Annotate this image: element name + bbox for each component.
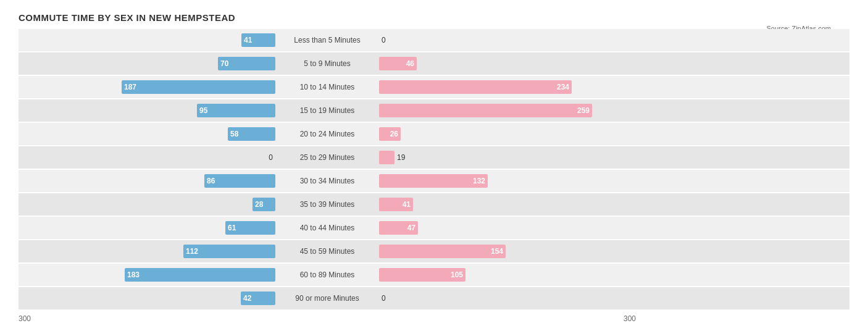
male-bar: 112	[183, 245, 275, 258]
female-bar: 46	[379, 57, 417, 70]
left-section: 42	[19, 287, 278, 309]
female-value: 259	[577, 106, 590, 115]
right-section: 26	[377, 123, 636, 145]
male-value: 28	[255, 200, 263, 209]
male-value: 41	[244, 36, 252, 44]
right-section: 132	[377, 170, 636, 192]
right-section: 47	[377, 217, 636, 239]
female-value: 26	[390, 130, 398, 138]
table-row: 8630 to 34 Minutes132	[19, 170, 849, 192]
right-section: 259	[377, 99, 636, 122]
table-row: 18360 to 89 Minutes105	[19, 264, 849, 286]
row-label: 15 to 19 Minutes	[278, 106, 377, 115]
row-label: 5 to 9 Minutes	[278, 59, 377, 68]
row-label: 20 to 24 Minutes	[278, 130, 377, 138]
table-row: 4290 or more Minutes0	[19, 287, 849, 309]
left-section: 28	[19, 193, 278, 216]
table-row: 705 to 9 Minutes46	[19, 52, 849, 75]
left-section: 0	[19, 146, 278, 169]
right-section: 41	[377, 193, 636, 216]
male-bar: 95	[197, 104, 275, 117]
axis-right-label: 300	[377, 314, 636, 323]
left-section: 58	[19, 123, 278, 145]
female-value: 46	[406, 59, 414, 68]
female-value: 234	[557, 83, 569, 91]
table-row: 025 to 29 Minutes19	[19, 146, 849, 169]
right-section: 0	[377, 29, 636, 51]
female-value: 132	[473, 177, 485, 185]
female-bar: 234	[379, 80, 572, 94]
row-label: 40 to 44 Minutes	[278, 224, 377, 232]
male-value: 183	[127, 271, 140, 279]
male-bar: 183	[125, 268, 275, 282]
female-bar: 132	[379, 174, 488, 188]
female-bar	[379, 151, 394, 164]
right-section: 154	[377, 240, 636, 262]
left-section: 187	[19, 76, 278, 98]
row-label: 90 or more Minutes	[278, 294, 377, 303]
male-bar: 28	[252, 198, 275, 211]
female-bar: 47	[379, 221, 418, 235]
left-section: 70	[19, 52, 278, 75]
female-value: 41	[403, 200, 411, 209]
female-value: 47	[407, 224, 415, 232]
male-bar: 42	[241, 292, 275, 305]
male-value: 0	[269, 153, 273, 162]
right-section: 234	[377, 76, 636, 98]
male-value: 70	[220, 59, 228, 68]
row-label: 35 to 39 Minutes	[278, 200, 377, 209]
row-label: 10 to 14 Minutes	[278, 83, 377, 91]
row-label: 60 to 89 Minutes	[278, 271, 377, 279]
male-bar: 58	[228, 127, 275, 141]
male-value: 61	[228, 224, 236, 232]
row-label: 45 to 59 Minutes	[278, 247, 377, 256]
female-value: 154	[491, 247, 503, 256]
female-bar: 26	[379, 127, 401, 141]
male-bar: 187	[122, 80, 275, 94]
table-row: 9515 to 19 Minutes259	[19, 99, 849, 122]
left-section: 112	[19, 240, 278, 262]
female-bar: 259	[379, 104, 592, 117]
table-row: 6140 to 44 Minutes47	[19, 217, 849, 239]
male-value: 95	[199, 106, 207, 115]
table-row: 5820 to 24 Minutes26	[19, 123, 849, 145]
female-value: 105	[451, 271, 463, 279]
female-value: 0	[382, 36, 386, 44]
row-label: Less than 5 Minutes	[278, 36, 377, 44]
table-row: 11245 to 59 Minutes154	[19, 240, 849, 262]
male-value: 112	[186, 247, 198, 256]
male-bar: 61	[225, 221, 275, 235]
chart-area: 41Less than 5 Minutes0705 to 9 Minutes46…	[19, 29, 849, 323]
male-value: 42	[243, 294, 251, 303]
left-section: 41	[19, 29, 278, 51]
female-value: 19	[397, 153, 405, 162]
right-section: 105	[377, 264, 636, 286]
right-section: 19	[377, 146, 636, 169]
male-bar: 70	[218, 57, 275, 70]
male-bar: 41	[241, 33, 275, 47]
chart-title: COMMUTE TIME BY SEX IN NEW HEMPSTEAD	[19, 12, 849, 23]
male-value: 58	[230, 130, 238, 138]
male-value: 86	[207, 177, 215, 185]
female-bar: 154	[379, 245, 506, 258]
axis-left-label: 300	[19, 314, 278, 323]
left-section: 183	[19, 264, 278, 286]
axis-labels: 300 300	[19, 314, 849, 323]
female-bar: 105	[379, 268, 465, 282]
left-section: 95	[19, 99, 278, 122]
table-row: 41Less than 5 Minutes0	[19, 29, 849, 51]
female-value: 0	[382, 294, 386, 303]
left-section: 61	[19, 217, 278, 239]
right-section: 0	[377, 287, 636, 309]
row-label: 30 to 34 Minutes	[278, 177, 377, 185]
table-row: 2835 to 39 Minutes41	[19, 193, 849, 216]
male-bar: 86	[204, 174, 275, 188]
female-bar: 41	[379, 198, 413, 211]
table-row: 18710 to 14 Minutes234	[19, 76, 849, 98]
left-section: 86	[19, 170, 278, 192]
right-section: 46	[377, 52, 636, 75]
row-label: 25 to 29 Minutes	[278, 153, 377, 162]
male-value: 187	[124, 83, 136, 91]
